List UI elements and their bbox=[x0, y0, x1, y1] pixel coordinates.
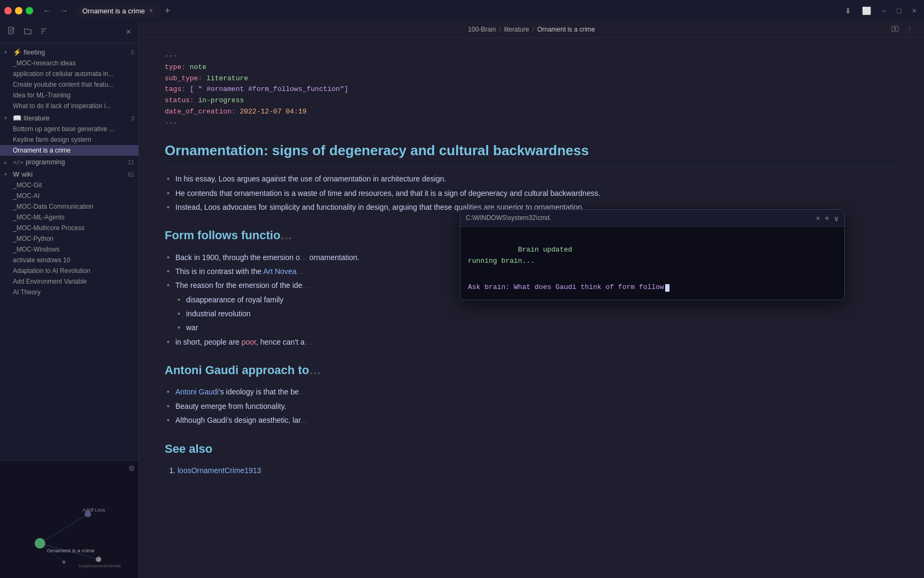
sidebar-close-button[interactable]: × bbox=[124, 26, 133, 38]
terminal-prompt: Ask brain: What does Gaudi think of form… bbox=[468, 282, 664, 293]
sort-button[interactable] bbox=[37, 26, 50, 39]
back-button[interactable]: ← bbox=[40, 5, 55, 17]
editor-content[interactable]: --- type: note sub_type: literature tags… bbox=[139, 38, 924, 578]
minimize-button[interactable]: − bbox=[879, 6, 889, 15]
sidebar-group-header-wiki[interactable]: ▾ W wiki 61 bbox=[0, 169, 138, 180]
sidebar-item-moc-ml-agents[interactable]: _MOC-ML-Agents bbox=[0, 212, 138, 223]
sidebar-item-moc-multicore[interactable]: _MOC-Multicore Process bbox=[0, 223, 138, 233]
sidebar-group-label-wiki: wiki bbox=[21, 171, 125, 178]
list-item: Antoni Gaudi's ideology is that the be… bbox=[165, 386, 898, 398]
sidebar-item-adaptation[interactable]: Adaptation to AI Revolution bbox=[0, 265, 138, 276]
list-item: In his essay, Loos argues against the us… bbox=[165, 173, 898, 185]
more-options-button[interactable]: ⋮ bbox=[904, 24, 915, 36]
sidebar-group-header-programming[interactable]: ▸ </> programming 11 bbox=[0, 157, 138, 168]
chevron-down-icon: ▾ bbox=[4, 49, 11, 55]
sidebar-item-youtube[interactable]: Create youtube content that featu... bbox=[0, 79, 138, 90]
terminal-body: Brain updated running brain... Ask brain… bbox=[460, 227, 844, 300]
forward-button[interactable]: → bbox=[57, 5, 72, 17]
sidebar-group-count-literature: 3 bbox=[131, 115, 134, 121]
close-window-button[interactable] bbox=[4, 7, 12, 14]
sidebar: × ▾ ⚡ fleeting 5 _MOC-research ideas app… bbox=[0, 21, 139, 578]
terminal-close-button[interactable]: × bbox=[815, 214, 820, 223]
tab-add-button[interactable]: + bbox=[161, 5, 174, 17]
active-tab[interactable]: Ornament is a crime × bbox=[76, 5, 160, 17]
chevron-right-icon-programming: ▸ bbox=[4, 159, 11, 165]
sidebar-graph: ⚙ Ornament is a crime Adolf Loos longOrn… bbox=[0, 460, 138, 578]
terminal-output: Brain updated running brain... bbox=[468, 233, 837, 278]
sidebar-item-moc-windows[interactable]: _MOC-Windows bbox=[0, 244, 138, 255]
tab-bar: Ornament is a crime × + bbox=[76, 5, 837, 17]
terminal-title: C:\WINDOWS\system32\cmd. bbox=[466, 213, 811, 223]
window-controls bbox=[4, 7, 33, 14]
sidebar-group-fleeting: ▾ ⚡ fleeting 5 _MOC-research ideas appli… bbox=[0, 47, 138, 111]
sidebar-item-add-env[interactable]: Add Environment Variable bbox=[0, 276, 138, 287]
terminal-input-line[interactable]: Ask brain: What does Gaudi think of form… bbox=[468, 282, 837, 293]
list-item: industrial revolution bbox=[165, 308, 898, 320]
sidebar-item-ml-training[interactable]: Idea for ML-Training bbox=[0, 90, 138, 101]
svg-rect-19 bbox=[896, 26, 898, 32]
layout-button[interactable]: ⬜ bbox=[859, 6, 874, 15]
breadcrumb-part2[interactable]: literature bbox=[504, 26, 529, 33]
editor-area: 100-Brain / literature / Ornament is a c… bbox=[139, 21, 924, 578]
poor-highlight: poor bbox=[242, 338, 256, 346]
see-also-link-1[interactable]: loosOrnamentCrime1913 bbox=[178, 466, 261, 475]
tab-close-button[interactable]: × bbox=[148, 7, 154, 14]
sidebar-content: ▾ ⚡ fleeting 5 _MOC-research ideas appli… bbox=[0, 43, 138, 460]
minimize-window-button[interactable] bbox=[15, 7, 22, 14]
sidebar-item-moc-python[interactable]: _MOC-Python bbox=[0, 233, 138, 244]
sidebar-item-bottom-up[interactable]: Bottom up agent base generative ... bbox=[0, 124, 138, 134]
sidebar-toolbar: × bbox=[0, 21, 138, 43]
bullet-list-1: In his essay, Loos argues against the us… bbox=[165, 173, 898, 213]
new-file-button[interactable] bbox=[5, 26, 18, 39]
titlebar-right: ⬇ ⬜ − □ × bbox=[842, 6, 920, 15]
gaudi-link[interactable]: Antoni Gaudi bbox=[175, 387, 219, 396]
close-button[interactable]: × bbox=[909, 6, 920, 15]
list-item: loosOrnamentCrime1913 bbox=[178, 465, 898, 476]
sidebar-group-count-programming: 11 bbox=[128, 159, 134, 165]
sidebar-item-ornament[interactable]: Ornament is a crime bbox=[0, 145, 138, 156]
svg-text:Adolf Loos: Adolf Loos bbox=[82, 507, 105, 513]
sidebar-item-moc-git[interactable]: _MOC-Git bbox=[0, 180, 138, 191]
terminal-overlay: C:\WINDOWS\system32\cmd. × + ∨ Brain upd… bbox=[460, 209, 845, 300]
maximize-window-button[interactable] bbox=[26, 7, 33, 14]
see-also-heading: See also bbox=[165, 439, 898, 458]
open-folder-button[interactable] bbox=[21, 26, 34, 39]
sidebar-group-label-programming: programming bbox=[26, 158, 126, 166]
sidebar-item-moc-ai[interactable]: _MOC-AI bbox=[0, 191, 138, 201]
main-layout: × ▾ ⚡ fleeting 5 _MOC-research ideas app… bbox=[0, 21, 924, 578]
sidebar-item-inspiration[interactable]: What to do if lack of insperation i... bbox=[0, 101, 138, 111]
svg-point-14 bbox=[63, 560, 66, 564]
sidebar-item-keyline[interactable]: Keyline farm design system bbox=[0, 134, 138, 145]
list-item: war bbox=[165, 322, 898, 333]
collapse-button[interactable]: ⬇ bbox=[842, 6, 854, 15]
sidebar-group-header-fleeting[interactable]: ▾ ⚡ fleeting 5 bbox=[0, 47, 138, 58]
sidebar-group-programming: ▸ </> programming 11 bbox=[0, 157, 138, 168]
sidebar-group-header-literature[interactable]: ▾ 📖 literature 3 bbox=[0, 112, 138, 124]
reading-mode-button[interactable] bbox=[889, 24, 902, 36]
svg-point-13 bbox=[96, 557, 101, 562]
breadcrumb-sep2: / bbox=[532, 26, 534, 33]
svg-text:longOrnamentCrimeM: longOrnamentCrimeM bbox=[79, 564, 120, 568]
list-item: Beauty emerge from functionality. bbox=[165, 400, 898, 412]
sidebar-item-moc-research[interactable]: _MOC-research ideas bbox=[0, 58, 138, 69]
breadcrumb: 100-Brain / literature / Ornament is a c… bbox=[139, 21, 924, 38]
sidebar-item-moc-data[interactable]: _MOC-Data Communication bbox=[0, 201, 138, 212]
titlebar: ← → Ornament is a crime × + ⬇ ⬜ − □ × bbox=[0, 0, 924, 21]
sidebar-group-count-wiki: 61 bbox=[128, 171, 134, 178]
breadcrumb-part1[interactable]: 100-Brain bbox=[468, 26, 496, 33]
sidebar-item-ai-theory[interactable]: AI Theory bbox=[0, 287, 138, 298]
terminal-add-button[interactable]: + bbox=[825, 214, 829, 223]
art-nouveau-link[interactable]: Art Novea bbox=[263, 267, 296, 276]
restore-button[interactable]: □ bbox=[894, 6, 904, 15]
graph-settings-button[interactable]: ⚙ bbox=[128, 464, 135, 473]
breadcrumb-current: Ornament is a crime bbox=[537, 26, 595, 33]
svg-text:Ornament is a crime: Ornament is a crime bbox=[47, 547, 95, 553]
nav-buttons: ← → bbox=[40, 5, 72, 17]
sidebar-group-count-fleeting: 5 bbox=[131, 49, 134, 56]
sidebar-item-activate-windows[interactable]: activate windows 10 bbox=[0, 255, 138, 265]
sidebar-item-application[interactable]: application of cellular automata in... bbox=[0, 69, 138, 79]
terminal-more-button[interactable]: ∨ bbox=[834, 214, 839, 223]
literature-icon: 📖 bbox=[13, 114, 21, 122]
fleeting-icon: ⚡ bbox=[13, 48, 21, 56]
sidebar-group-label-literature: literature bbox=[24, 115, 129, 122]
